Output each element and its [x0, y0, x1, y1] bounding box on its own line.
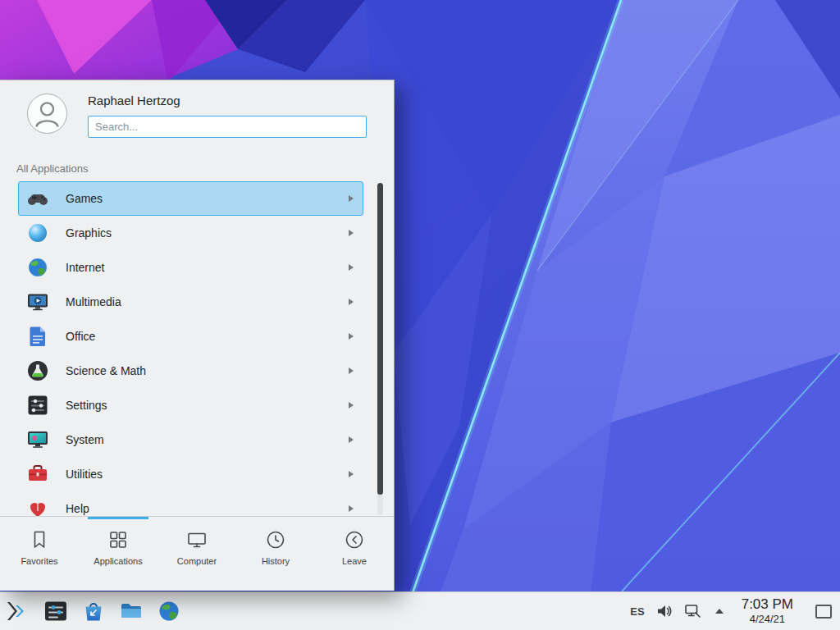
keyboard-layout-indicator[interactable]: ES [630, 605, 644, 618]
tab-applications[interactable]: Applications [79, 517, 158, 591]
app-category-list: Games Graphics [0, 181, 394, 516]
chevron-right-icon [349, 333, 354, 340]
app-category-label: Multimedia [66, 295, 121, 308]
app-category-label: Settings [66, 399, 107, 412]
internet-icon [26, 256, 49, 279]
multimedia-icon [26, 290, 49, 313]
utilities-icon [26, 463, 49, 486]
science-icon [26, 359, 49, 382]
history-icon [265, 529, 286, 550]
network-icon[interactable] [684, 602, 702, 620]
system-icon [26, 428, 49, 451]
app-category-label: Science & Math [66, 364, 146, 377]
search-input[interactable] [88, 116, 367, 138]
chevron-right-icon [349, 230, 354, 236]
app-category-help[interactable]: Help [18, 491, 363, 516]
show-desktop-button[interactable] [815, 605, 832, 619]
clock-date: 4/24/21 [742, 613, 793, 625]
app-category-graphics[interactable]: Graphics [18, 216, 363, 250]
application-launcher-menu: Raphael Hertzog All Applications Games [0, 80, 395, 591]
tab-leave[interactable]: Leave [315, 517, 394, 591]
section-label: All Applications [0, 153, 394, 181]
system-monitor-icon[interactable] [43, 599, 68, 623]
app-category-utilities[interactable]: Utilities [18, 457, 363, 491]
tab-label: Applications [94, 556, 142, 566]
settings-icon [26, 394, 49, 417]
chevron-right-icon [349, 505, 354, 512]
active-tab-indicator [88, 517, 148, 519]
favorites-icon [29, 529, 50, 550]
launcher-header: Raphael Hertzog [0, 80, 394, 153]
tab-favorites[interactable]: Favorites [0, 517, 79, 591]
app-category-science-math[interactable]: Science & Math [18, 354, 363, 388]
tab-label: Leave [342, 556, 367, 566]
chevron-right-icon [349, 436, 354, 443]
app-launcher-icon[interactable] [6, 599, 30, 623]
leave-icon [344, 529, 365, 550]
discover-icon[interactable] [81, 599, 106, 623]
chevron-right-icon [349, 368, 354, 374]
tab-label: Favorites [21, 556, 57, 566]
tab-label: Computer [177, 556, 217, 566]
user-name: Raphael Hertzog [88, 94, 381, 107]
app-category-label: Help [66, 502, 89, 515]
applications-icon [107, 529, 129, 550]
chevron-right-icon [349, 299, 354, 305]
chevron-right-icon [349, 195, 354, 202]
volume-icon[interactable] [655, 602, 673, 620]
app-category-system[interactable]: System [18, 422, 363, 457]
app-category-label: Games [66, 192, 103, 205]
app-category-settings[interactable]: Settings [18, 388, 363, 422]
office-icon [26, 325, 49, 348]
header-user-area: Raphael Hertzog [88, 91, 381, 153]
app-category-label: System [66, 433, 104, 446]
app-category-label: Internet [66, 261, 104, 274]
app-category-office[interactable]: Office [18, 319, 363, 354]
tab-label: History [262, 556, 290, 566]
expand-tray-icon[interactable] [715, 609, 724, 614]
file-manager-icon[interactable] [119, 599, 144, 623]
app-category-label: Graphics [66, 226, 112, 240]
games-icon [26, 187, 49, 210]
scrollbar-thumb[interactable] [377, 183, 383, 495]
system-tray: ES 7:03 PM 4/24/21 [630, 596, 840, 625]
taskbar-launchers [0, 599, 181, 623]
avatar [27, 94, 67, 134]
app-category-label: Utilities [66, 468, 103, 481]
tab-history[interactable]: History [236, 517, 315, 591]
graphics-icon [26, 221, 49, 244]
chevron-right-icon [349, 402, 354, 409]
app-category-games[interactable]: Games [18, 181, 363, 216]
chevron-right-icon [349, 471, 354, 477]
digital-clock[interactable]: 7:03 PM 4/24/21 [742, 596, 793, 625]
app-category-internet[interactable]: Internet [18, 250, 363, 285]
tab-computer[interactable]: Computer [158, 517, 236, 591]
computer-icon [186, 529, 208, 550]
clock-time: 7:03 PM [742, 596, 793, 613]
help-icon [26, 497, 49, 516]
chevron-right-icon [349, 264, 354, 271]
user-icon [29, 95, 66, 132]
launcher-footer-tabs: Favorites Applications Computer His [0, 516, 394, 591]
app-category-multimedia[interactable]: Multimedia [18, 285, 363, 319]
taskbar: ES 7:03 PM 4/24/21 [0, 591, 840, 630]
browser-icon[interactable] [157, 599, 181, 623]
app-category-label: Office [66, 330, 95, 343]
